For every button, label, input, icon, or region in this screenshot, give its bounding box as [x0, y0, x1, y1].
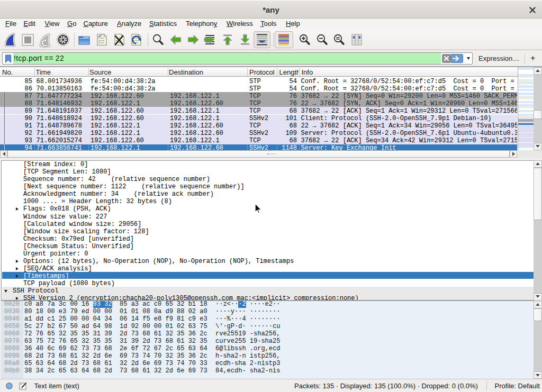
svg-text:0111: 0111 [98, 41, 104, 44]
